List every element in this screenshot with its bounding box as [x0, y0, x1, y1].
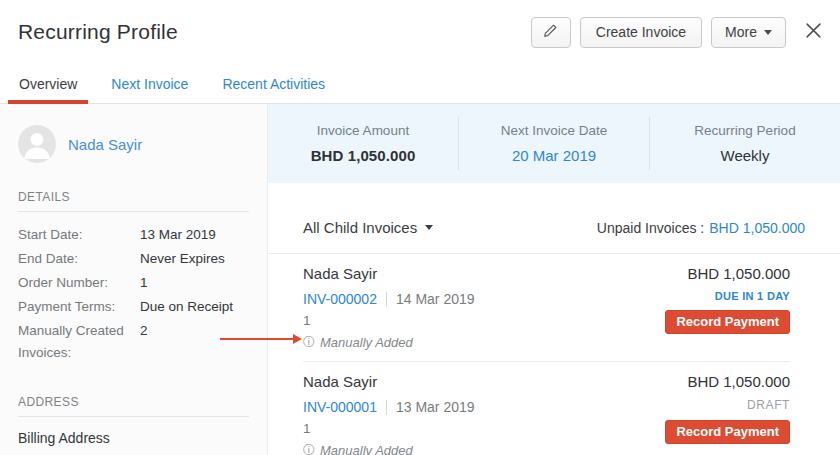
info-icon: ⓘ [303, 442, 315, 455]
customer-profile: Nada Sayir [18, 125, 249, 163]
close-button[interactable] [800, 19, 826, 45]
details-list: Start Date: 13 Mar 2019 End Date: Never … [18, 222, 249, 364]
detail-row-payment-terms: Payment Terms: Due on Receipt [18, 294, 249, 318]
unpaid-invoices-label: Unpaid Invoices : [597, 220, 704, 236]
create-invoice-button[interactable]: Create Invoice [580, 17, 702, 48]
page-header: Recurring Profile Create Invoice More [0, 0, 840, 64]
close-icon [805, 22, 822, 42]
invoice-row[interactable]: Nada Sayir INV-000001 13 Mar 2019 1 ⓘ Ma… [303, 362, 790, 455]
detail-label: Order Number: [18, 270, 140, 294]
pencil-icon [543, 23, 558, 41]
customer-name-link[interactable]: Nada Sayir [68, 136, 142, 153]
banner-label: Invoice Amount [268, 123, 458, 138]
invoice-note-text: Manually Added [320, 335, 413, 350]
detail-label: Payment Terms: [18, 294, 140, 318]
sidebar: Nada Sayir DETAILS Start Date: 13 Mar 20… [0, 104, 268, 455]
divider [386, 292, 387, 307]
address-divider [18, 416, 249, 417]
caret-down-icon [764, 30, 772, 35]
child-invoices-header: All Child Invoices Unpaid Invoices : BHD… [268, 219, 840, 236]
invoice-amount: BHD 1,050.000 [687, 263, 790, 282]
detail-value: Due on Receipt [140, 294, 233, 318]
invoice-status-badge: DUE IN 1 DAY [715, 290, 790, 302]
invoice-number-link[interactable]: INV-000001 [303, 399, 377, 415]
edit-button[interactable] [531, 17, 571, 48]
page-title: Recurring Profile [18, 20, 178, 44]
banner-next-invoice-date: Next Invoice Date 20 Mar 2019 [458, 117, 649, 170]
address-heading: ADDRESS [18, 395, 249, 409]
detail-value: Never Expires [140, 246, 225, 270]
invoice-status-badge: DRAFT [747, 398, 790, 412]
banner-invoice-amount: Invoice Amount BHD 1,050.000 [268, 117, 458, 170]
banner-label: Recurring Period [650, 123, 840, 138]
invoice-date: 14 Mar 2019 [396, 291, 475, 307]
invoice-note: ⓘ Manually Added [303, 334, 665, 351]
more-button-label: More [725, 24, 757, 40]
invoice-number-link[interactable]: INV-000002 [303, 291, 377, 307]
annotation-arrow-icon [220, 338, 293, 340]
content-area: Nada Sayir DETAILS Start Date: 13 Mar 20… [0, 104, 840, 455]
main-panel: Invoice Amount BHD 1,050.000 Next Invoic… [268, 104, 840, 455]
detail-row-manually-created-invoices: Manually Created Invoices: 2 [18, 318, 249, 364]
invoice-note-text: Manually Added [320, 443, 413, 455]
tab-overview[interactable]: Overview [8, 64, 88, 103]
tab-recent-activities[interactable]: Recent Activities [211, 64, 336, 103]
invoice-customer: Nada Sayir [303, 263, 665, 282]
invoice-quantity: 1 [303, 421, 665, 436]
banner-recurring-period: Recurring Period Weekly [649, 117, 840, 170]
details-heading: DETAILS [18, 190, 249, 204]
next-invoice-date-link[interactable]: 20 Mar 2019 [459, 147, 649, 164]
tab-next-invoice[interactable]: Next Invoice [100, 64, 199, 103]
invoice-customer: Nada Sayir [303, 371, 665, 390]
detail-row-order-number: Order Number: 1 [18, 270, 249, 294]
detail-row-start-date: Start Date: 13 Mar 2019 [18, 222, 249, 246]
tab-bar: Overview Next Invoice Recent Activities [0, 64, 840, 104]
more-button[interactable]: More [711, 17, 786, 48]
unpaid-invoices-amount-link[interactable]: BHD 1,050.000 [709, 220, 805, 236]
record-payment-button[interactable]: Record Payment [665, 310, 790, 334]
detail-label: End Date: [18, 246, 140, 270]
banner-value: BHD 1,050.000 [268, 147, 458, 164]
caret-down-icon [425, 225, 433, 230]
detail-label: Manually Created Invoices: [18, 318, 140, 364]
invoice-quantity: 1 [303, 313, 665, 328]
detail-row-end-date: End Date: Never Expires [18, 246, 249, 270]
banner-label: Next Invoice Date [459, 123, 649, 138]
info-icon: ⓘ [303, 334, 315, 351]
billing-address-label: Billing Address [18, 430, 249, 446]
banner-value: Weekly [650, 147, 840, 164]
detail-value: 1 [140, 270, 148, 294]
child-invoices-filter-dropdown[interactable]: All Child Invoices [303, 219, 433, 236]
details-divider [18, 211, 249, 212]
avatar [18, 125, 56, 163]
invoice-note: ⓘ Manually Added [303, 442, 665, 455]
filter-label: All Child Invoices [303, 219, 417, 236]
record-payment-button[interactable]: Record Payment [665, 420, 790, 444]
invoice-date: 13 Mar 2019 [396, 399, 475, 415]
detail-value: 2 [140, 318, 148, 364]
invoice-list: Nada Sayir INV-000002 14 Mar 2019 1 ⓘ Ma… [268, 254, 840, 455]
summary-banner: Invoice Amount BHD 1,050.000 Next Invoic… [268, 104, 840, 183]
detail-value: 13 Mar 2019 [140, 222, 216, 246]
invoice-row[interactable]: Nada Sayir INV-000002 14 Mar 2019 1 ⓘ Ma… [303, 254, 790, 362]
detail-label: Start Date: [18, 222, 140, 246]
invoice-amount: BHD 1,050.000 [687, 371, 790, 390]
divider [386, 400, 387, 415]
